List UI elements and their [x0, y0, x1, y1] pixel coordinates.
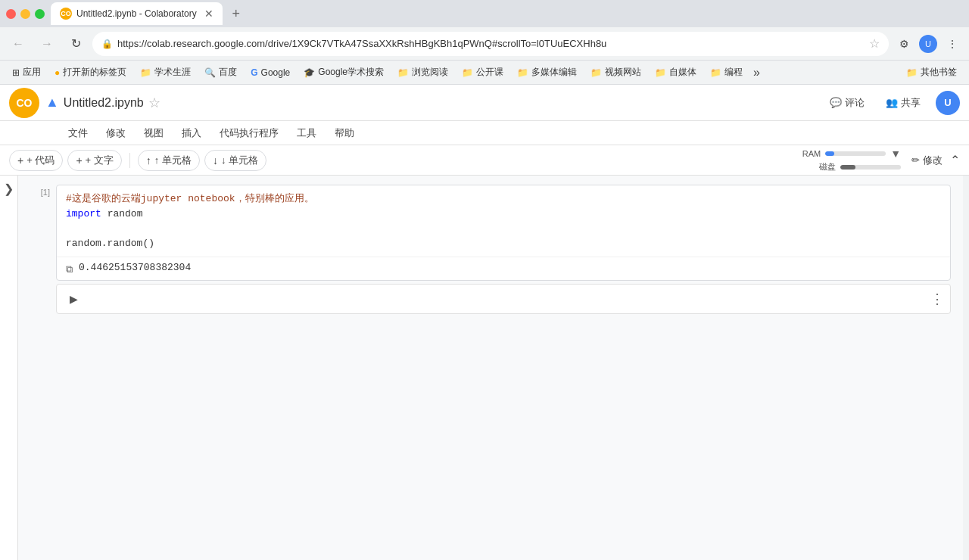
- back-button[interactable]: ←: [6, 32, 30, 56]
- menu-view[interactable]: 视图: [136, 123, 171, 143]
- bookmark-label-11: 编程: [724, 66, 743, 79]
- add-text-button[interactable]: + + 文字: [67, 150, 121, 171]
- ram-progress: [825, 151, 886, 156]
- menu-file[interactable]: 文件: [61, 123, 95, 143]
- colab-logo-text: CO: [17, 97, 33, 109]
- copy-output-icon[interactable]: ⧉: [66, 263, 73, 275]
- bookmark-new-tab-label: 打开新的标签页: [63, 66, 126, 79]
- bookmark-video[interactable]: 📁 视频网站: [584, 64, 647, 81]
- run-empty-cell-button[interactable]: ▶: [63, 288, 84, 310]
- bookmark-google-scholar[interactable]: 🎓 Google学术搜索: [298, 64, 390, 81]
- menu-insert[interactable]: 插入: [174, 123, 209, 143]
- menu-tools[interactable]: 工具: [289, 123, 324, 143]
- tab-bar: CO Untitled2.ipynb - Colaboratory ✕ +: [51, 2, 963, 25]
- ram-fill: [825, 151, 834, 156]
- disk-progress: [840, 165, 901, 170]
- user-avatar[interactable]: U: [936, 91, 960, 115]
- bookmark-xueshushengya[interactable]: 📁 学术生涯: [134, 64, 197, 81]
- bookmark-label-6: 浏览阅读: [412, 66, 448, 79]
- tab-title: Untitled2.ipynb - Colaboratory: [76, 8, 197, 19]
- bookmarks-more-button[interactable]: »: [750, 66, 763, 79]
- cell-number-1: [1]: [18, 185, 56, 197]
- left-panel-toggle[interactable]: ❯: [0, 176, 18, 560]
- add-code-button[interactable]: + + 代码: [9, 150, 63, 171]
- cell-code-area: #这是谷歌的云端jupyter notebook，特别棒的应用。 import …: [57, 185, 950, 257]
- toolbar-separator: [129, 153, 130, 168]
- bookmark-coding[interactable]: 📁 编程: [704, 64, 749, 81]
- disk-label: 磁盘: [819, 161, 836, 173]
- ram-disk-area: RAM ▼ 磁盘: [802, 148, 901, 173]
- bookmark-opencourse[interactable]: 📁 公开课: [456, 64, 509, 81]
- minimize-button[interactable]: [20, 9, 30, 19]
- cell-wrapper-1: [1] #这是谷歌的云端jupyter notebook，特别棒的应用。 imp…: [18, 185, 963, 281]
- colab-logo: CO: [9, 88, 39, 118]
- folder-icon-other: 📁: [906, 67, 918, 78]
- comment-label: 评论: [845, 96, 865, 110]
- nav-extras: ⚙ U ⋮: [893, 33, 963, 54]
- extensions-button[interactable]: ⚙: [893, 33, 914, 54]
- folder-icon-1: 📁: [140, 67, 151, 78]
- tab-close-button[interactable]: ✕: [204, 8, 213, 20]
- forward-button[interactable]: →: [35, 32, 59, 56]
- move-up-label: ↑ 单元格: [154, 154, 192, 167]
- bookmark-reading[interactable]: 📁 浏览阅读: [391, 64, 454, 81]
- move-down-button[interactable]: ↓ ↓ 单元格: [204, 150, 266, 171]
- share-button[interactable]: 👥 共享: [880, 93, 927, 113]
- bookmark-baidu[interactable]: 🔍 百度: [198, 64, 243, 81]
- lock-icon: 🔒: [101, 39, 113, 49]
- bookmark-star-icon[interactable]: ☆: [869, 36, 880, 51]
- cell-number-empty: [18, 284, 56, 287]
- edit-button[interactable]: ✏ 修改: [911, 154, 943, 167]
- bookmark-label-4: Google: [261, 67, 291, 78]
- ram-row: RAM ▼: [802, 148, 901, 160]
- bookmark-label-3: 百度: [219, 66, 237, 79]
- menu-help[interactable]: 帮助: [327, 123, 362, 143]
- folder-icon-7: 📁: [710, 67, 721, 78]
- comment-button[interactable]: 💬 评论: [824, 93, 871, 113]
- code-cell-1[interactable]: #这是谷歌的云端jupyter notebook，特别棒的应用。 import …: [56, 185, 951, 281]
- down-arrow-icon: ↓: [213, 154, 218, 166]
- drive-icon: ▲: [45, 95, 59, 110]
- ram-expand-button[interactable]: ▼: [890, 148, 901, 160]
- code-line-3: [66, 221, 941, 236]
- bookmark-label-8: 多媒体编辑: [531, 66, 577, 79]
- empty-cell[interactable]: ▶ ⋮: [56, 284, 951, 314]
- notebook-cells: [1] #这是谷歌的云端jupyter notebook，特别棒的应用。 imp…: [18, 176, 963, 560]
- code-keyword: import: [66, 208, 101, 219]
- folder-icon-3: 📁: [462, 67, 473, 78]
- bookmark-apps[interactable]: ⊞ 应用: [6, 64, 47, 81]
- maximize-button[interactable]: [35, 9, 45, 19]
- tab-favicon: CO: [60, 8, 72, 20]
- menu-edit[interactable]: 修改: [98, 123, 133, 143]
- collapse-toolbar-button[interactable]: ⌃: [950, 153, 960, 167]
- bookmark-media-edit[interactable]: 📁 多媒体编辑: [511, 64, 583, 81]
- colab-bookmark-icon: ●: [55, 67, 60, 78]
- bookmark-apps-label: 应用: [23, 66, 41, 79]
- add-code-label: + 代码: [26, 154, 55, 167]
- bookmark-other[interactable]: 📁 其他书签: [900, 64, 963, 81]
- right-scrollbar[interactable]: [963, 176, 969, 560]
- google-icon: G: [251, 67, 257, 78]
- bookmarks-bar: ⊞ 应用 ● 打开新的标签页 📁 学术生涯 🔍 百度 G Google 🎓 Go…: [0, 61, 969, 85]
- active-tab[interactable]: CO Untitled2.ipynb - Colaboratory ✕: [51, 2, 223, 25]
- file-star-button[interactable]: ☆: [148, 95, 160, 111]
- bookmark-new-tab[interactable]: ● 打开新的标签页: [48, 64, 132, 81]
- comment-icon: 💬: [830, 97, 842, 108]
- cell-more-options-button[interactable]: ⋮: [930, 291, 944, 307]
- close-button[interactable]: [6, 9, 16, 19]
- bookmark-self-media[interactable]: 📁 自媒体: [649, 64, 703, 81]
- url-text: https://colab.research.google.com/drive/…: [117, 38, 865, 49]
- refresh-button[interactable]: ↻: [64, 32, 88, 56]
- profile-icon[interactable]: U: [918, 33, 939, 54]
- app-container: CO ▲ Untitled2.ipynb ☆ 💬 评论 👥 共享 U 文件 修改…: [0, 85, 969, 560]
- code-comment: #这是谷歌的云端jupyter notebook，特别棒的应用。: [66, 193, 314, 204]
- address-bar[interactable]: 🔒 https://colab.research.google.com/driv…: [92, 32, 889, 56]
- move-up-button[interactable]: ↑ ↑ 单元格: [138, 150, 200, 171]
- colab-header: CO ▲ Untitled2.ipynb ☆ 💬 评论 👥 共享 U: [0, 85, 969, 121]
- bookmark-google[interactable]: G Google: [245, 65, 296, 80]
- disk-fill: [840, 165, 855, 170]
- new-tab-button[interactable]: +: [226, 3, 247, 24]
- chevron-right-icon: ❯: [4, 182, 14, 196]
- menu-button[interactable]: ⋮: [942, 33, 963, 54]
- menu-runtime[interactable]: 代码执行程序: [212, 123, 286, 143]
